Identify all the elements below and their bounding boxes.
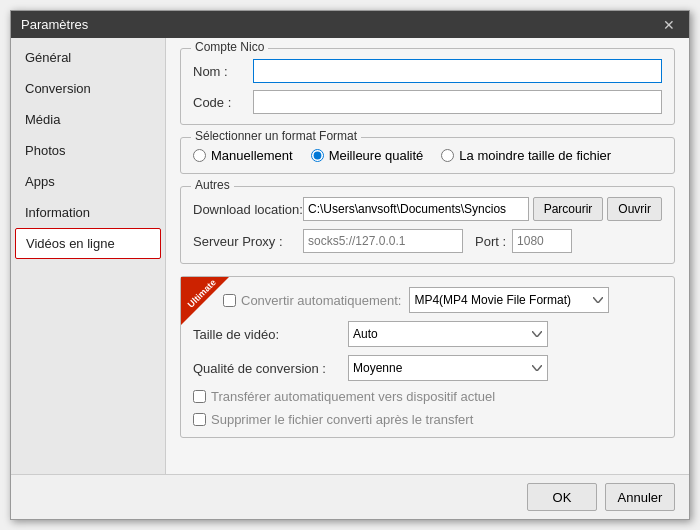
ok-button[interactable]: OK <box>527 483 597 511</box>
supprimer-check-label[interactable]: Supprimer le fichier converti après le t… <box>193 412 473 427</box>
radio-moindre-input[interactable] <box>441 149 454 162</box>
download-input[interactable] <box>303 197 529 221</box>
qualite-label: Qualité de conversion : <box>193 361 348 376</box>
sidebar-item-general[interactable]: Général <box>11 42 165 73</box>
convertir-select[interactable]: MP4(MP4 Movie File Format) AVI MOV MKV <box>409 287 609 313</box>
cancel-button[interactable]: Annuler <box>605 483 675 511</box>
sidebar-item-conversion[interactable]: Conversion <box>11 73 165 104</box>
dialog: Paramètres ✕ Général Conversion Média Ph… <box>10 10 690 520</box>
convertir-row: Convertir automatiquement: MP4(MP4 Movie… <box>223 287 662 313</box>
autres-legend: Autres <box>191 178 234 192</box>
close-button[interactable]: ✕ <box>659 18 679 32</box>
nom-label: Nom : <box>193 64 253 79</box>
convertir-select-wrapper: MP4(MP4 Movie File Format) AVI MOV MKV <box>409 287 662 313</box>
format-radio-row: Manuellement Meilleure qualité La moindr… <box>193 148 662 163</box>
transferer-row: Transférer automatiquement vers disposit… <box>193 389 662 404</box>
port-label: Port : <box>475 234 506 249</box>
autres-group: Autres Download location: Parcourir Ouvr… <box>180 186 675 264</box>
taille-select[interactable]: Auto 1080p 720p 480p <box>348 321 548 347</box>
parcourir-button[interactable]: Parcourir <box>533 197 604 221</box>
transferer-checkbox[interactable] <box>193 390 206 403</box>
ultimate-badge: Ultimate <box>181 277 229 325</box>
sidebar-item-photos[interactable]: Photos <box>11 135 165 166</box>
supprimer-row: Supprimer le fichier converti après le t… <box>193 412 662 427</box>
radio-meilleure[interactable]: Meilleure qualité <box>311 148 424 163</box>
radio-manuellement-input[interactable] <box>193 149 206 162</box>
qualite-select[interactable]: Haute Moyenne Basse <box>348 355 548 381</box>
ultimate-group: Ultimate Convertir automatiquement: MP4(… <box>180 276 675 438</box>
convertir-check-label[interactable]: Convertir automatiquement: <box>223 293 401 308</box>
format-legend: Sélectionner un format Format <box>191 129 361 143</box>
port-input[interactable] <box>512 229 572 253</box>
ultimate-badge-text: Ultimate <box>186 277 218 309</box>
nom-input[interactable] <box>253 59 662 83</box>
download-label: Download location: <box>193 202 303 217</box>
nom-row: Nom : <box>193 59 662 83</box>
download-row: Download location: Parcourir Ouvrir <box>193 197 662 221</box>
dialog-footer: OK Annuler <box>11 474 689 519</box>
taille-label: Taille de vidéo: <box>193 327 348 342</box>
compte-nico-legend: Compte Nico <box>191 40 268 54</box>
sidebar: Général Conversion Média Photos Apps Inf… <box>11 38 166 474</box>
dialog-body: Général Conversion Média Photos Apps Inf… <box>11 38 689 474</box>
radio-manuellement[interactable]: Manuellement <box>193 148 293 163</box>
sidebar-item-information[interactable]: Information <box>11 197 165 228</box>
compte-nico-group: Compte Nico Nom : Code : <box>180 48 675 125</box>
dialog-title: Paramètres <box>21 17 88 32</box>
format-group: Sélectionner un format Format Manuelleme… <box>180 137 675 174</box>
main-content: Compte Nico Nom : Code : Sélectionner un… <box>166 38 689 474</box>
convertir-checkbox[interactable] <box>223 294 236 307</box>
radio-meilleure-input[interactable] <box>311 149 324 162</box>
sidebar-item-videos-en-ligne[interactable]: Vidéos en ligne <box>15 228 161 259</box>
sidebar-item-media[interactable]: Média <box>11 104 165 135</box>
proxy-label: Serveur Proxy : <box>193 234 303 249</box>
code-row: Code : <box>193 90 662 114</box>
transferer-check-label[interactable]: Transférer automatiquement vers disposit… <box>193 389 495 404</box>
proxy-row: Serveur Proxy : Port : <box>193 229 662 253</box>
proxy-input[interactable] <box>303 229 463 253</box>
code-label: Code : <box>193 95 253 110</box>
ouvrir-button[interactable]: Ouvrir <box>607 197 662 221</box>
sidebar-item-apps[interactable]: Apps <box>11 166 165 197</box>
supprimer-checkbox[interactable] <box>193 413 206 426</box>
taille-row: Taille de vidéo: Auto 1080p 720p 480p <box>193 321 662 347</box>
qualite-row: Qualité de conversion : Haute Moyenne Ba… <box>193 355 662 381</box>
title-bar: Paramètres ✕ <box>11 11 689 38</box>
code-input[interactable] <box>253 90 662 114</box>
radio-moindre[interactable]: La moindre taille de fichier <box>441 148 611 163</box>
